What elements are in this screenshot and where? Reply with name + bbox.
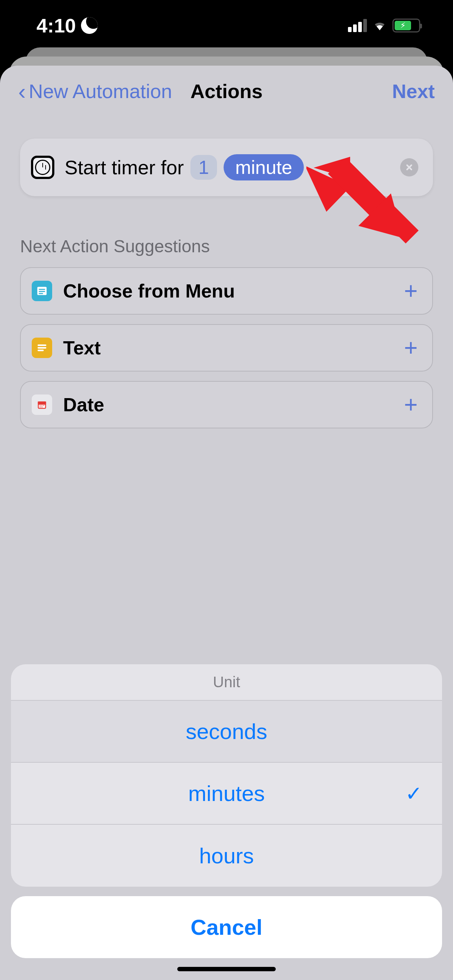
option-label: hours	[199, 843, 254, 869]
battery-icon: ⚡︎	[392, 19, 420, 32]
sheet-option-seconds[interactable]: seconds	[11, 701, 442, 763]
menu-icon	[32, 281, 52, 301]
svg-rect-8	[38, 401, 46, 404]
svg-point-14	[41, 407, 43, 407]
nav-header: ‹ New Automation Actions Next	[0, 65, 453, 117]
sheet-title: Unit	[11, 664, 442, 701]
chevron-left-icon: ‹	[18, 78, 26, 104]
suggestion-choose-from-menu[interactable]: Choose from Menu +	[20, 267, 433, 315]
status-time-group: 4:10	[37, 14, 98, 37]
wifi-icon	[372, 17, 388, 34]
svg-point-12	[43, 405, 45, 406]
sheet-option-hours[interactable]: hours	[11, 825, 442, 887]
cancel-button[interactable]: Cancel	[11, 896, 442, 958]
page-title: Actions	[190, 80, 263, 102]
svg-rect-3	[39, 293, 43, 294]
suggestion-date[interactable]: Date +	[20, 381, 433, 428]
back-label: New Automation	[29, 80, 172, 102]
option-label: seconds	[186, 719, 267, 744]
svg-point-10	[40, 405, 41, 406]
action-description: Start timer for 1 minute	[65, 154, 390, 180]
status-time: 4:10	[37, 14, 76, 37]
suggestion-label: Date	[63, 394, 393, 415]
status-right-group: ⚡︎	[348, 17, 420, 34]
next-button[interactable]: Next	[392, 80, 435, 102]
suggestion-text[interactable]: Text +	[20, 324, 433, 372]
option-label: minutes	[188, 781, 265, 806]
suggestions-header: Next Action Suggestions	[20, 236, 433, 256]
add-button[interactable]: +	[404, 391, 418, 418]
clear-action-button[interactable]	[400, 158, 418, 177]
charging-bolt-icon: ⚡︎	[400, 21, 405, 30]
suggestion-list: Choose from Menu + Text + Date +	[20, 267, 433, 428]
suggestion-label: Text	[63, 337, 393, 359]
timer-action-card: Start timer for 1 minute	[20, 138, 433, 196]
back-button[interactable]: ‹ New Automation	[18, 78, 172, 104]
duration-number-param[interactable]: 1	[190, 155, 217, 180]
duration-unit-param[interactable]: minute	[223, 154, 304, 180]
home-indicator[interactable]	[177, 967, 276, 971]
svg-rect-2	[39, 291, 45, 292]
add-button[interactable]: +	[404, 334, 418, 361]
dnd-moon-icon	[81, 17, 98, 34]
sheet-options-group: Unit seconds minutes ✓ hours	[11, 664, 442, 887]
text-icon	[32, 337, 52, 358]
date-icon	[32, 395, 52, 415]
checkmark-icon: ✓	[405, 782, 423, 805]
status-bar: 4:10 ⚡︎	[0, 0, 453, 51]
action-prefix: Start timer for	[65, 156, 184, 179]
svg-point-13	[40, 407, 41, 407]
svg-rect-1	[39, 289, 45, 290]
cellular-signal-icon	[348, 19, 367, 32]
clock-icon	[31, 156, 54, 179]
suggestion-label: Choose from Menu	[63, 280, 393, 302]
svg-point-11	[41, 405, 43, 406]
add-button[interactable]: +	[404, 277, 418, 304]
unit-action-sheet: Unit seconds minutes ✓ hours Cancel	[11, 664, 442, 958]
sheet-option-minutes[interactable]: minutes ✓	[11, 763, 442, 825]
